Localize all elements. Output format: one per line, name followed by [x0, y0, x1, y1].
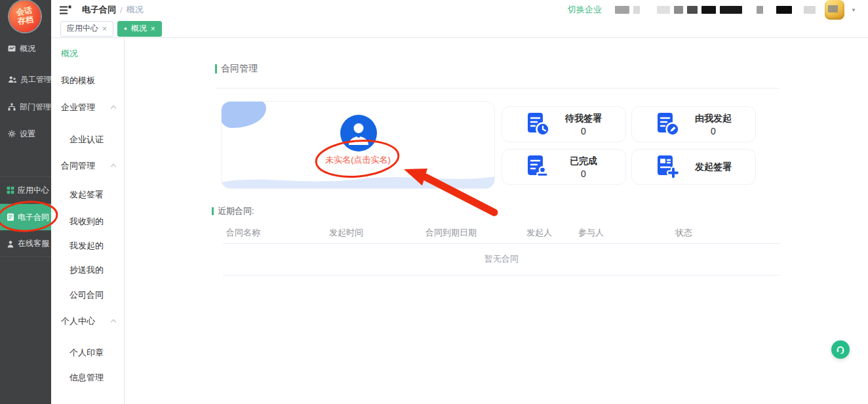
- app-logo: 会话 存档: [7, 0, 43, 34]
- sidebar-item-label: 概况: [61, 48, 78, 60]
- rail-item-overview[interactable]: 概况: [0, 42, 51, 55]
- doc-pen-icon: [654, 111, 681, 138]
- redacted-text: [804, 6, 816, 14]
- rail-item-label: 员工管理: [20, 74, 52, 85]
- rail-item-settings[interactable]: 设置: [0, 127, 51, 140]
- sidebar-item-overview[interactable]: 概况: [51, 48, 125, 60]
- close-icon[interactable]: ×: [151, 24, 155, 33]
- decor-wave: [222, 170, 494, 188]
- sidebar-item-label: 企业管理: [61, 102, 95, 113]
- active-dot-icon: ●: [124, 26, 127, 31]
- redacted-text: [687, 6, 698, 14]
- rail-item-label: 部门管理: [20, 102, 51, 113]
- breadcrumb-current: 概况: [127, 4, 144, 16]
- stat-card-initiated-by-me[interactable]: 由我发起 0: [631, 106, 756, 142]
- redacted-text: [701, 6, 716, 14]
- rail-item-app-center[interactable]: 应用中心: [0, 176, 51, 203]
- main-content: 合同管理 未实名(点击实名) 待我签署 0: [125, 38, 868, 404]
- rail-item-label: 在线客服: [18, 238, 49, 249]
- column-header: 合同名称: [226, 227, 329, 239]
- doc-plus-icon: [654, 153, 681, 181]
- redacted-text: [757, 6, 763, 14]
- redacted-text: [674, 6, 683, 14]
- tab-overview[interactable]: ● 概况 ×: [117, 21, 162, 37]
- user-avatar[interactable]: [825, 0, 844, 20]
- stat-label: 已完成: [570, 155, 597, 167]
- switch-company-link[interactable]: 切换企业: [568, 4, 602, 16]
- sidebar-item-initiated[interactable]: 我发起的: [51, 240, 125, 252]
- section-contract-management: 合同管理: [215, 63, 258, 75]
- sidebar-item-my-templates[interactable]: 我的模板: [51, 75, 125, 87]
- sidebar-item-initiate-sign[interactable]: 发起签署: [51, 189, 125, 201]
- stat-value: 0: [581, 169, 586, 179]
- stat-label: 由我发起: [695, 113, 732, 125]
- logo-line2: 存档: [17, 15, 34, 26]
- customer-service-button[interactable]: [831, 340, 850, 359]
- collapse-menu-icon[interactable]: [59, 5, 71, 15]
- empty-state-text: 暂无合同: [223, 253, 780, 265]
- apps-grid-icon: [7, 186, 14, 194]
- doc-stamp-icon: [524, 153, 551, 181]
- sidebar-item-label: 我收到的: [69, 216, 104, 228]
- close-icon[interactable]: ×: [102, 24, 107, 33]
- rail-item-label: 概况: [20, 43, 35, 54]
- column-header: 发起时间: [329, 227, 425, 239]
- headset-icon: [835, 344, 846, 355]
- rail-item-label: 电子合同: [18, 212, 49, 223]
- divider: [223, 275, 780, 275]
- rail-item-employees[interactable]: 员工管理: [0, 73, 51, 86]
- topbar-right: 切换企业 ▼: [568, 0, 868, 20]
- sidebar-item-enterprise-auth[interactable]: 企业认证: [51, 134, 125, 146]
- verify-identity-link[interactable]: 未实名(点击实名): [222, 154, 494, 166]
- sidebar-item-personal-seal[interactable]: 个人印章: [51, 347, 125, 359]
- sidebar-item-label: 我的模板: [61, 75, 95, 87]
- stat-card-completed[interactable]: 已完成 0: [502, 149, 626, 185]
- sidebar-item-label: 抄送我的: [69, 264, 104, 276]
- sidebar-item-personal-center[interactable]: 个人中心: [51, 315, 125, 327]
- secondary-sidebar: 概况 我的模板 企业管理 企业认证 合同管理 发起签署 我收到的 我发起的 抄送…: [51, 38, 125, 404]
- stat-value: 0: [581, 126, 586, 136]
- contract-stats: 待我签署 0 由我发起 0: [502, 106, 756, 185]
- tab-label: 概况: [131, 23, 147, 34]
- tab-app-center[interactable]: 应用中心 ×: [60, 21, 113, 37]
- sidebar-item-label: 个人印章: [69, 347, 104, 359]
- redacted-text: [828, 5, 838, 12]
- sidebar-item-received[interactable]: 我收到的: [51, 216, 125, 228]
- redacted-text: [776, 6, 792, 14]
- user-avatar-icon[interactable]: [340, 115, 377, 152]
- gear-icon: [8, 130, 16, 138]
- rail-item-online-support[interactable]: 在线客服: [0, 230, 51, 257]
- section-recent-contracts: 近期合同:: [212, 205, 254, 217]
- stat-card-initiate-signing[interactable]: 发起签署: [631, 149, 756, 185]
- sidebar-item-contract-mgmt[interactable]: 合同管理: [51, 160, 125, 172]
- section-title: 合同管理: [221, 63, 258, 75]
- tab-bar: 应用中心 × ● 概况 ×: [51, 20, 868, 38]
- redacted-text: [615, 6, 629, 14]
- topbar: 电子合同 / 概况 切换企业 ▼: [51, 0, 868, 20]
- rail-item-departments[interactable]: 部门管理: [0, 100, 51, 113]
- decor-blob: [221, 101, 266, 128]
- rail-item-e-contract[interactable]: 电子合同: [0, 203, 51, 230]
- overview-icon: [8, 45, 16, 52]
- redacted-text: [720, 6, 742, 14]
- contract-icon: [7, 213, 14, 221]
- redacted-text: [657, 6, 670, 14]
- chevron-up-icon: [111, 319, 116, 325]
- caret-down-icon[interactable]: ▼: [851, 7, 856, 13]
- section-accent-bar: [215, 64, 217, 73]
- sidebar-item-cc-me[interactable]: 抄送我的: [51, 264, 125, 276]
- stat-card-awaiting-my-signature[interactable]: 待我签署 0: [502, 106, 626, 142]
- doc-clock-icon: [524, 111, 551, 138]
- sidebar-item-info-mgmt[interactable]: 信息管理: [51, 372, 125, 384]
- sidebar-item-enterprise-mgmt[interactable]: 企业管理: [51, 102, 125, 113]
- contracts-table: 合同名称 发起时间 合同到期日期 发起人 参与人 状态: [223, 227, 780, 239]
- breadcrumb-separator: /: [120, 5, 123, 15]
- chevron-up-icon: [111, 164, 116, 169]
- rail-item-label: 设置: [20, 129, 35, 140]
- column-header: 合同到期日期: [425, 227, 526, 239]
- stat-value: 0: [711, 126, 716, 136]
- sidebar-item-company-contracts[interactable]: 公司合同: [51, 289, 125, 301]
- tab-label: 应用中心: [67, 23, 98, 34]
- breadcrumb-app[interactable]: 电子合同: [82, 4, 116, 16]
- section-title: 近期合同:: [218, 205, 254, 217]
